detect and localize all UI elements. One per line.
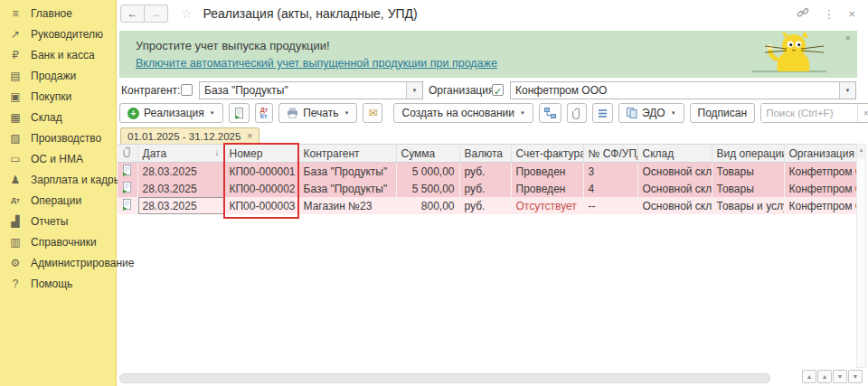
cell-date[interactable]: 28.03.2025: [137, 163, 224, 181]
banner-close-icon[interactable]: ×: [845, 33, 851, 43]
email-button[interactable]: ✉: [363, 103, 382, 123]
cell-warehouse[interactable]: Основной склад: [637, 197, 712, 214]
cell-currency[interactable]: руб.: [459, 180, 511, 197]
cell-organization[interactable]: Конфетпром О...: [784, 163, 856, 181]
cell-currency[interactable]: руб.: [459, 197, 511, 214]
cell-sf_num[interactable]: --: [583, 197, 637, 214]
sidebar-item-os-i-nma[interactable]: ▭ОС и НМА: [0, 148, 116, 169]
table-row[interactable]: 28.03.2025КП00-000002База "Продукты"5 50…: [118, 180, 856, 197]
cell-counterparty[interactable]: База "Продукты": [298, 180, 396, 197]
counterparty-checkbox[interactable]: ✓: [181, 84, 193, 96]
sidebar-item-administrirovanie[interactable]: ⚙Администрирование: [0, 252, 116, 273]
create-based-on-button[interactable]: Создать на основании ▼: [393, 103, 533, 123]
column-header-currency[interactable]: Валюта: [459, 145, 511, 163]
favorite-star-icon[interactable]: ☆: [181, 6, 193, 21]
page-up-button[interactable]: ▲: [817, 370, 832, 383]
cell-attach[interactable]: [118, 197, 137, 214]
document-icon: [122, 165, 132, 176]
counterparty-input[interactable]: [200, 82, 406, 99]
cell-warehouse[interactable]: Основной склад: [637, 163, 712, 181]
page-down-button[interactable]: ▼: [833, 370, 847, 383]
close-form-icon[interactable]: ×: [848, 8, 855, 20]
organization-input[interactable]: [511, 82, 839, 99]
column-header-organization[interactable]: Организация: [784, 145, 856, 163]
cell-currency[interactable]: руб.: [459, 163, 511, 181]
search-clear-icon[interactable]: ×: [857, 104, 868, 122]
cell-number[interactable]: КП00-000003: [224, 197, 298, 214]
cell-number[interactable]: КП00-000002: [224, 180, 298, 197]
horizontal-scrollbar-thumb[interactable]: [119, 373, 770, 383]
column-header-number[interactable]: Номер: [224, 145, 298, 163]
cell-invoice[interactable]: Проведен: [511, 163, 583, 181]
cell-operation[interactable]: Товары и услуги: [712, 197, 784, 214]
table-row[interactable]: 28.03.2025КП00-000003Магазин №23800,00ру…: [118, 197, 856, 214]
period-filter-chip[interactable]: 01.01.2025 - 31.12.2025 ×: [120, 127, 259, 145]
sidebar-item-proizvodstvo[interactable]: ▨Производство: [0, 127, 116, 148]
column-header-date[interactable]: Дата↓: [137, 145, 224, 163]
cell-operation[interactable]: Товары: [712, 163, 784, 181]
column-header-sum[interactable]: Сумма: [396, 145, 459, 163]
cell-sum[interactable]: 5 500,00: [396, 180, 459, 197]
cell-organization[interactable]: Конфетпром О...: [784, 197, 856, 214]
sidebar-item-pokupki[interactable]: ▣Покупки: [0, 86, 116, 107]
cell-sf_num[interactable]: 4: [583, 180, 637, 197]
go-last-button[interactable]: ▼: [848, 370, 863, 383]
cell-date[interactable]: 28.03.2025: [137, 197, 224, 214]
scroll-up-icon[interactable]: ▲: [857, 145, 865, 157]
search-input[interactable]: [761, 104, 857, 122]
dtkt-postings-button[interactable]: Дт Кт: [255, 103, 273, 123]
sidebar-item-bank-i-kassa[interactable]: ₽Банк и касса: [0, 44, 116, 65]
attachments-button[interactable]: [567, 103, 587, 123]
column-header-counterparty[interactable]: Контрагент: [298, 145, 396, 163]
create-document-button[interactable]: + Реализация ▼: [119, 103, 223, 123]
forward-button[interactable]: →: [145, 5, 168, 23]
organization-dropdown-icon[interactable]: ▼: [839, 82, 855, 99]
table-row[interactable]: 28.03.2025КП00-000001База "Продукты"5 00…: [118, 163, 856, 181]
column-header-warehouse[interactable]: Склад: [637, 145, 712, 163]
go-first-button[interactable]: ▲: [802, 370, 816, 383]
reports-list-button[interactable]: [592, 103, 613, 123]
link-icon[interactable]: [797, 6, 809, 21]
sidebar-item-pomosch[interactable]: ?Помощь: [0, 273, 116, 294]
cell-sf_num[interactable]: 3: [583, 163, 637, 181]
period-remove-icon[interactable]: ×: [247, 131, 252, 141]
column-header-operation[interactable]: Вид операции: [712, 145, 784, 163]
counterparty-dropdown-icon[interactable]: ▼: [406, 82, 422, 99]
sidebar-item-prodazhi[interactable]: ▤Продажи: [0, 65, 116, 86]
cell-counterparty[interactable]: База "Продукты": [298, 163, 396, 181]
cell-warehouse[interactable]: Основной склад: [637, 180, 712, 197]
sidebar-item-otchety[interactable]: ▟Отчеты: [0, 211, 116, 231]
cell-date[interactable]: 28.03.2025: [137, 180, 224, 197]
related-documents-button[interactable]: [539, 103, 561, 123]
sidebar-item-rukovoditelyu[interactable]: ↗Руководителю: [0, 24, 116, 44]
cell-organization[interactable]: Конфетпром О...: [784, 180, 856, 197]
kebab-menu-icon[interactable]: ⋮: [823, 8, 835, 20]
cell-attach[interactable]: [118, 163, 137, 181]
cell-operation[interactable]: Товары: [712, 180, 784, 197]
cell-sum[interactable]: 800,00: [396, 197, 459, 214]
column-label: Валюта: [465, 147, 503, 160]
cell-invoice[interactable]: Отсутствует: [511, 197, 583, 214]
column-header-attach[interactable]: [118, 145, 137, 163]
sidebar-item-operatsii[interactable]: ДтОперации: [0, 190, 116, 211]
edo-button[interactable]: ЭДО ▼: [618, 103, 684, 123]
cell-invoice[interactable]: Проведен: [511, 180, 583, 197]
cell-counterparty[interactable]: Магазин №23: [298, 197, 396, 214]
vertical-scrollbar[interactable]: ▲: [856, 144, 866, 368]
sidebar-item-spravochniki[interactable]: ▥Справочники: [0, 231, 116, 252]
back-button[interactable]: ←: [120, 5, 145, 23]
copy-document-button[interactable]: [229, 103, 250, 123]
print-button[interactable]: Печать ▼: [278, 103, 357, 123]
cell-sum[interactable]: 5 000,00: [396, 163, 459, 181]
column-header-invoice[interactable]: Счет-фактура: [511, 145, 583, 163]
cell-number[interactable]: КП00-000001: [224, 163, 298, 181]
sidebar-item-glavnoe[interactable]: ≡Главное: [0, 3, 116, 24]
signed-filter-button[interactable]: Подписан: [690, 103, 756, 123]
sidebar-item-sklad[interactable]: ▦Склад: [0, 107, 116, 127]
banner-link[interactable]: Включите автоматический учет выпущенной …: [136, 57, 497, 70]
gear-icon: ⚙: [8, 256, 23, 270]
column-header-sf_num[interactable]: № СФ/УПД: [583, 145, 637, 163]
sidebar-item-zarplata-i-kadry[interactable]: ♟Зарплата и кадры: [0, 169, 116, 190]
cell-attach[interactable]: [118, 180, 137, 197]
organization-checkbox[interactable]: ✓: [492, 84, 504, 96]
